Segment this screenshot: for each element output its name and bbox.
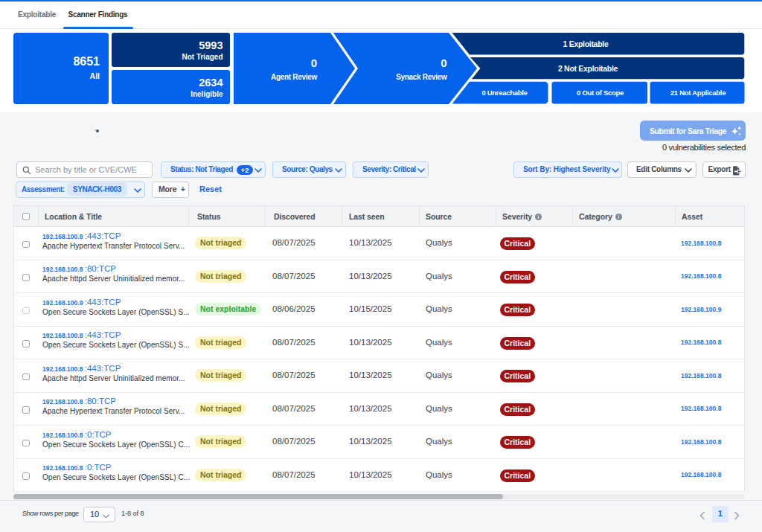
svg-text:0: 0 [311, 57, 317, 69]
svg-text:Not Triaged: Not Triaged [182, 53, 222, 61]
svg-text:21 Not Applicable: 21 Not Applicable [670, 89, 726, 97]
svg-text:0: 0 [441, 57, 446, 69]
svg-text:1 Exploitable: 1 Exploitable [563, 39, 609, 48]
svg-text:Synack Review: Synack Review [396, 73, 447, 81]
svg-text:2 Not Exploitable: 2 Not Exploitable [558, 64, 618, 73]
svg-text:All: All [90, 71, 100, 80]
svg-text:8651: 8651 [73, 55, 100, 68]
svg-text:Ineligible: Ineligible [190, 90, 223, 98]
svg-text:0 Unreachable: 0 Unreachable [481, 89, 527, 97]
svg-text:0 Out of Scope: 0 Out of Scope [577, 89, 624, 97]
svg-text:Agent Review: Agent Review [271, 73, 317, 81]
svg-text:5993: 5993 [199, 39, 222, 51]
svg-text:2634: 2634 [199, 77, 222, 89]
